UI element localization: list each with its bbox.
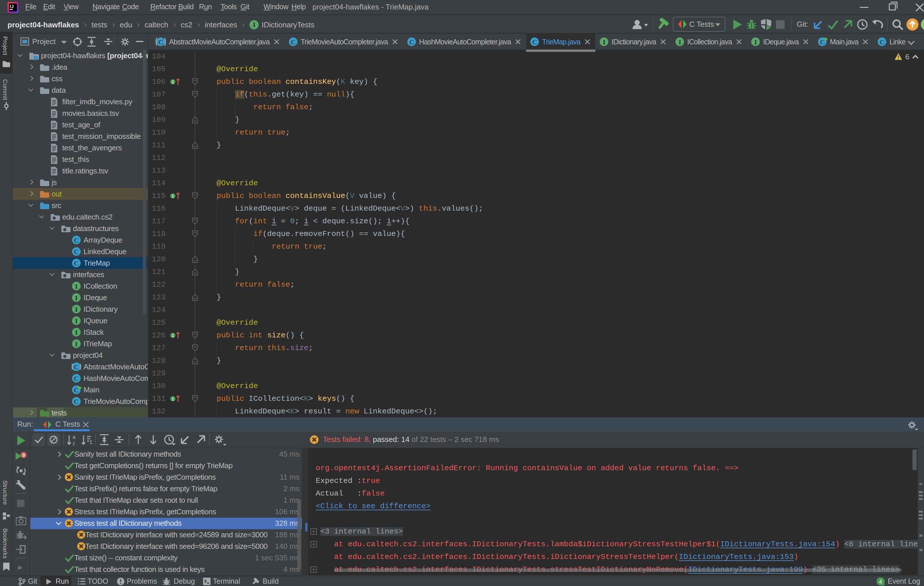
svg-text:a: a <box>73 434 76 440</box>
svg-text:6: 6 <box>905 53 909 61</box>
svg-text:C: C <box>74 248 79 256</box>
svg-text:I: I <box>75 329 78 336</box>
svg-text:I: I <box>75 317 78 325</box>
svg-text:I: I <box>75 294 78 302</box>
svg-text:I: I <box>172 194 174 199</box>
svg-text:9: 9 <box>22 452 25 458</box>
svg-text:C: C <box>74 398 79 405</box>
svg-text:I: I <box>172 80 174 85</box>
svg-text:I: I <box>75 306 78 313</box>
svg-text:C: C <box>74 375 79 382</box>
svg-text:I: I <box>75 340 78 348</box>
svg-text:I: I <box>172 397 174 402</box>
svg-text:4: 4 <box>879 578 882 585</box>
svg-text:C: C <box>74 259 79 267</box>
svg-text:C: C <box>74 236 79 244</box>
svg-text:C: C <box>74 363 79 371</box>
svg-text:z: z <box>73 441 75 446</box>
svg-text:I: I <box>75 282 78 290</box>
svg-text:I: I <box>172 333 174 338</box>
